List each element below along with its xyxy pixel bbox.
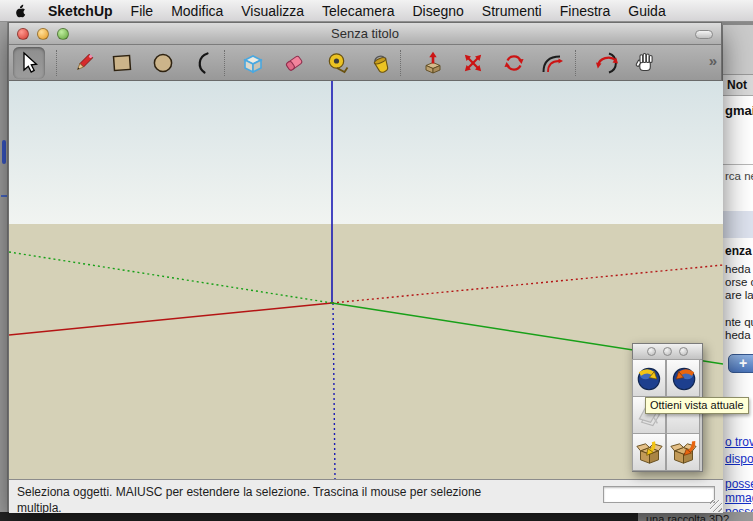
menu-item-disegno[interactable]: Disegno — [403, 3, 472, 19]
orbit-tool-button[interactable] — [591, 47, 623, 79]
tape-measure-tool-button[interactable] — [322, 47, 354, 79]
offset-tool-button[interactable] — [536, 47, 568, 79]
background-scroll-marker — [2, 140, 6, 164]
paint-bucket-icon — [369, 51, 393, 75]
menu-item-guida[interactable]: Guida — [619, 3, 674, 19]
browser-link-fragment[interactable]: posse — [725, 477, 753, 491]
rectangle-tool-button[interactable] — [106, 47, 138, 79]
place-model-button[interactable] — [666, 359, 700, 397]
globe-orange-arrow-icon — [670, 365, 697, 392]
offset-icon — [540, 51, 564, 75]
circle-tool-button[interactable] — [147, 47, 179, 79]
sky — [9, 81, 723, 224]
toolbar: » — [9, 45, 721, 81]
arc-tool-button[interactable] — [187, 47, 219, 79]
browser-text-fragment: orse c — [725, 276, 753, 288]
get-current-view-button[interactable] — [632, 359, 666, 397]
browser-link-fragment[interactable]: mmag — [725, 491, 753, 505]
eraser-icon — [282, 51, 306, 75]
divider — [723, 164, 753, 165]
ground — [9, 224, 723, 479]
menu-item-modifica[interactable]: Modifica — [162, 3, 232, 19]
toolbar-separator — [400, 50, 401, 76]
palette-close-button[interactable] — [647, 347, 656, 356]
model-viewport[interactable] — [9, 81, 723, 479]
browser-bottom-fragment: una raccolta 3D? — [638, 512, 753, 521]
title-bar[interactable]: Senza titolo — [9, 23, 721, 45]
browser-add-button[interactable]: + — [728, 354, 753, 373]
toolbar-separator — [575, 50, 576, 76]
push-pull-tool-button[interactable] — [417, 47, 449, 79]
status-message: Seleziona oggetti. MAIUSC per estendere … — [17, 484, 522, 516]
rotate-tool-button[interactable] — [498, 47, 530, 79]
background-browser-window: Not gmail rca ne enza G heda orse c are … — [722, 25, 753, 512]
browser-highlight-band — [723, 211, 753, 238]
paint-bucket-tool-button[interactable] — [365, 47, 397, 79]
browser-text-fragment: are la t — [725, 289, 753, 301]
get-models-button[interactable] — [632, 433, 666, 471]
menu-item-finestra[interactable]: Finestra — [551, 3, 620, 19]
palette-minimize-button[interactable] — [663, 347, 672, 356]
menu-bar: SketchUp File Modifica Visualizza Teleca… — [0, 0, 753, 22]
browser-bookmark-fragment: Not — [723, 75, 753, 96]
menu-item-file[interactable]: File — [122, 3, 163, 19]
pencil-icon — [71, 51, 95, 75]
browser-text-fragment: heda — [725, 263, 751, 275]
browser-text-fragment: heda — [725, 329, 751, 341]
select-tool-button[interactable] — [13, 47, 45, 79]
browser-text-fragment: nte qu — [725, 316, 753, 328]
browser-heading-fragment: enza G — [725, 244, 753, 258]
rectangle-icon — [110, 51, 134, 75]
browser-text-gmail: gmail — [725, 103, 753, 118]
background-scroll-tick — [1, 195, 7, 197]
eraser-tool-button[interactable] — [278, 47, 310, 79]
window-resize-grip[interactable] — [710, 500, 722, 512]
toolbar-toggle-button[interactable] — [695, 30, 713, 39]
pan-hand-icon — [633, 51, 657, 75]
move-icon — [461, 51, 485, 75]
window-title: Senza titolo — [9, 26, 721, 41]
menu-item-visualizza[interactable]: Visualizza — [232, 3, 313, 19]
browser-link-fragment[interactable]: posse — [725, 505, 753, 512]
toolbar-separator — [224, 50, 225, 76]
push-pull-icon — [421, 51, 445, 75]
menu-item-telecamera[interactable]: Telecamera — [313, 3, 403, 19]
toolbar-separator — [56, 50, 57, 76]
move-tool-button[interactable] — [457, 47, 489, 79]
box-yellow-arrow-icon — [636, 439, 663, 466]
tape-measure-icon — [326, 51, 350, 75]
box-orange-arrow-icon — [670, 439, 697, 466]
circle-icon — [151, 51, 175, 75]
status-bar: Seleziona oggetti. MAIUSC per estendere … — [9, 479, 723, 513]
pan-tool-button[interactable] — [629, 47, 661, 79]
browser-link-fragment[interactable]: dispon — [725, 452, 753, 466]
arc-icon — [191, 51, 215, 75]
browser-search-fragment: rca ne — [725, 170, 753, 182]
globe-yellow-arrow-icon — [636, 365, 663, 392]
toolbar-overflow-chevron[interactable]: » — [709, 52, 715, 69]
tooltip: Ottieni vista attuale — [645, 397, 749, 414]
rotate-icon — [502, 51, 526, 75]
menu-item-strumenti[interactable]: Strumenti — [473, 3, 551, 19]
apple-menu-icon[interactable] — [14, 3, 27, 19]
make-component-tool-button[interactable] — [237, 47, 269, 79]
background-window-left-edge — [0, 22, 8, 521]
browser-chrome — [723, 25, 753, 75]
sketchup-window: Senza titolo — [8, 22, 722, 512]
select-cursor-icon — [17, 51, 41, 75]
line-tool-button[interactable] — [67, 47, 99, 79]
measurements-input[interactable] — [603, 486, 715, 503]
menu-item-sketchup[interactable]: SketchUp — [39, 3, 122, 19]
palette-zoom-button[interactable] — [679, 347, 688, 356]
palette-title-bar[interactable] — [633, 344, 702, 360]
browser-link-fragment[interactable]: o trova — [725, 435, 753, 449]
share-model-button[interactable] — [666, 433, 700, 471]
component-box-icon — [241, 51, 265, 75]
orbit-icon — [595, 51, 619, 75]
